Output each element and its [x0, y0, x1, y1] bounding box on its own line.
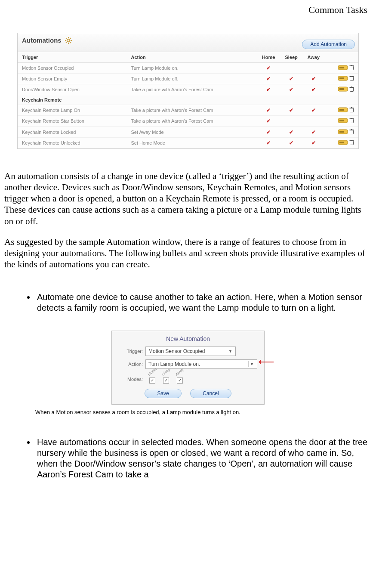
- edit-icon[interactable]: [338, 76, 348, 82]
- trash-icon[interactable]: [349, 118, 354, 124]
- edit-icon[interactable]: [338, 129, 348, 135]
- svg-rect-11: [350, 66, 354, 70]
- paragraph-2: As suggested by the sample Automation wi…: [4, 236, 372, 270]
- mode-away-checkbox[interactable]: ✓: [177, 378, 183, 384]
- svg-point-0: [67, 39, 69, 41]
- chevron-down-icon: ▼: [248, 361, 255, 367]
- table-row: Motion Sensor OccupiedTurn Lamp Module o…: [18, 63, 358, 74]
- edit-icon[interactable]: [338, 140, 348, 146]
- trigger-label: Trigger:: [119, 349, 143, 354]
- trash-icon[interactable]: [349, 76, 354, 82]
- cell-sleep: ✔: [279, 74, 302, 84]
- cell-action: Set Home Mode: [126, 137, 256, 148]
- cell-sleep: [279, 63, 302, 74]
- panel-title: Automations: [22, 37, 62, 44]
- col-actions: [324, 52, 358, 63]
- cell-sleep: ✔: [279, 127, 302, 137]
- dialog-title: New Automation: [119, 335, 257, 342]
- cell-action: Set Away Mode: [126, 127, 256, 137]
- modes-label: Modes:: [119, 377, 143, 382]
- gear-icon[interactable]: [65, 37, 72, 44]
- cell-action: Turn Lamp Module off.: [126, 74, 256, 84]
- table-row: Keychain Remote UnlockedSet Home Mode✔✔✔: [18, 137, 358, 148]
- table-header-row: Trigger Action Home Sleep Away: [18, 52, 358, 63]
- table-row: Keychain Remote Star ButtonTake a pictur…: [18, 116, 358, 127]
- cell-trigger: Door/Window Sensor Open: [18, 84, 126, 95]
- cell-trigger: Keychain Remote Unlocked: [18, 137, 126, 148]
- cell-away: ✔: [302, 137, 324, 148]
- cell-away: ✔: [302, 127, 324, 137]
- bullet-2: Have automations occur in selected modes…: [35, 437, 372, 480]
- edit-icon[interactable]: [338, 65, 348, 71]
- save-button[interactable]: Save: [145, 389, 181, 398]
- edit-icon[interactable]: [338, 87, 348, 93]
- cell-action: Take a picture with Aaron's Forest Cam: [126, 116, 256, 127]
- cell-trigger: Keychain Remote Locked: [18, 127, 126, 137]
- cell-action: Turn Lamp Module on.: [126, 63, 256, 74]
- mode-sleep-checkbox[interactable]: ✓: [163, 378, 169, 384]
- cell-home: ✔: [256, 116, 279, 127]
- col-home: Home: [256, 52, 279, 63]
- bullet-1: Automate one device to cause another to …: [35, 292, 372, 313]
- svg-rect-15: [339, 77, 344, 79]
- col-away: Away: [302, 52, 324, 63]
- trash-icon[interactable]: [349, 129, 354, 135]
- svg-rect-20: [339, 88, 344, 90]
- edit-icon[interactable]: [338, 107, 348, 113]
- cell-sleep: ✔: [279, 84, 302, 95]
- edit-icon[interactable]: [338, 118, 348, 124]
- trash-icon[interactable]: [349, 65, 354, 71]
- svg-rect-38: [351, 129, 352, 130]
- svg-line-7: [66, 42, 67, 43]
- col-trigger: Trigger: [18, 52, 126, 63]
- svg-rect-21: [350, 88, 354, 92]
- trash-icon[interactable]: [349, 140, 354, 146]
- svg-rect-35: [339, 131, 344, 133]
- add-automation-button[interactable]: Add Automation: [302, 40, 355, 49]
- svg-rect-41: [350, 141, 354, 145]
- table-row: Motion Sensor EmptyTurn Lamp Module off.…: [18, 74, 358, 84]
- section-header: Common Tasks: [4, 0, 372, 15]
- trash-icon[interactable]: [349, 87, 354, 93]
- cell-away: ✔: [302, 84, 324, 95]
- svg-rect-40: [339, 142, 344, 143]
- col-sleep: Sleep: [279, 52, 302, 63]
- cell-away: [302, 63, 324, 74]
- svg-rect-10: [339, 67, 344, 68]
- svg-rect-43: [351, 140, 352, 141]
- cell-away: ✔: [302, 74, 324, 84]
- group-label: Keychain Remote: [18, 95, 358, 105]
- svg-rect-23: [351, 87, 352, 87]
- cell-trigger: Motion Sensor Occupied: [18, 63, 126, 74]
- cell-home: ✔: [256, 127, 279, 137]
- svg-line-6: [70, 42, 71, 43]
- svg-rect-16: [350, 77, 354, 81]
- cell-home: ✔: [256, 84, 279, 95]
- table-row: Door/Window Sensor OpenTake a picture wi…: [18, 84, 358, 95]
- trigger-select[interactable]: Motion Sensor Occupied ▼: [145, 347, 236, 356]
- cancel-button[interactable]: Cancel: [190, 389, 231, 398]
- figure-caption: When a Motion sensor senses a room is oc…: [35, 409, 372, 415]
- svg-rect-33: [351, 118, 352, 119]
- svg-rect-31: [350, 119, 354, 123]
- action-select[interactable]: Turn Lamp Module on. ▼: [145, 359, 257, 369]
- trash-icon[interactable]: [349, 107, 354, 113]
- table-row: Keychain Remote LockedSet Away Mode✔✔✔: [18, 127, 358, 137]
- svg-rect-30: [339, 120, 344, 121]
- automations-panel: Automations Add Automation Trigger Actio…: [17, 33, 359, 149]
- cell-away: ✔: [302, 105, 324, 116]
- cell-sleep: ✔: [279, 137, 302, 148]
- trigger-value: Motion Sensor Occupied: [148, 348, 205, 354]
- cell-home: ✔: [256, 105, 279, 116]
- mode-home-checkbox[interactable]: ✓: [149, 378, 155, 384]
- cell-action: Take a picture with Aaron's Forest Cam: [126, 84, 256, 95]
- svg-rect-36: [350, 130, 354, 134]
- svg-rect-28: [351, 107, 352, 108]
- chevron-down-icon: ▼: [227, 348, 234, 354]
- cell-away: [302, 116, 324, 127]
- svg-rect-26: [350, 108, 354, 112]
- paragraph-1: An automation consists of a change in on…: [4, 170, 372, 227]
- cell-home: ✔: [256, 137, 279, 148]
- cell-home: ✔: [256, 74, 279, 84]
- svg-line-5: [66, 38, 67, 39]
